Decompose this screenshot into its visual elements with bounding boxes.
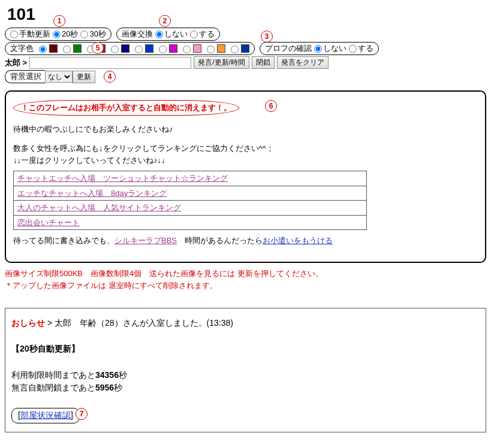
annotation-5: 5: [92, 42, 104, 54]
profile-check-label: プロフの確認: [265, 43, 312, 54]
auto-refresh-indicator: 【20秒自動更新】: [11, 343, 480, 356]
color-option-6[interactable]: [180, 44, 201, 53]
profile-check-yes[interactable]: する: [349, 43, 373, 54]
username-label: 太郎 >: [5, 57, 27, 68]
profile-check-no[interactable]: しない: [314, 43, 347, 54]
color-option-8[interactable]: [228, 44, 249, 53]
notice-box: おしらせ > 太郎 年齢（28）さんが入室しました。(13:38) 【20秒自動…: [5, 308, 486, 432]
image-swap-no[interactable]: しない: [155, 29, 188, 40]
ranking-link-3[interactable]: 恋出会いチャート: [17, 218, 80, 227]
image-limit-text: 画像サイズ制限500KB 画像数制限4個 送られた画像を見るには 更新を押してく…: [5, 268, 486, 291]
bbs-link[interactable]: シルキーラブBBS: [115, 236, 177, 245]
clear-button[interactable]: 発言をクリア: [277, 56, 329, 69]
annotation-3: 3: [261, 31, 273, 43]
image-swap-label: 画像交換: [122, 29, 153, 40]
frame-tail: 待ってる間に書き込みでも、シルキーラブBBS 時間があるんだったらお小遣いをもう…: [13, 235, 478, 247]
color-option-1[interactable]: [60, 44, 82, 53]
image-swap-yes[interactable]: する: [190, 29, 215, 40]
color-option-4[interactable]: [132, 44, 153, 53]
color-option-0[interactable]: [36, 44, 58, 53]
color-option-3[interactable]: [108, 44, 129, 53]
text-color-label: 文字色: [10, 43, 34, 54]
message-input[interactable]: [29, 57, 191, 69]
notice-heading: おしらせ: [11, 318, 45, 328]
room-status-wrap: [部屋状況確認] 7: [11, 408, 80, 423]
pocket-money-link[interactable]: お小遣いをもうける: [263, 236, 333, 245]
refresh-group: 1 手動更新 20秒 30秒: [5, 28, 112, 41]
bg-update-button[interactable]: 更新: [73, 71, 95, 83]
refresh-30s[interactable]: 30秒: [80, 29, 106, 40]
info-frame-scroll[interactable]: ！このフレームはお相手が入室すると自動的に消えます！。 6 待機中の暇つぶしにで…: [7, 93, 484, 261]
close-button[interactable]: 閉鎖: [252, 56, 275, 69]
image-swap-group: 2 画像交換 しない する: [116, 28, 220, 41]
annotation-6: 6: [265, 100, 277, 112]
room-number: 101: [7, 5, 486, 24]
annotation-4: 4: [104, 71, 116, 83]
frame-line1: 待機中の暇つぶしにでもお楽しみくださいね♪: [13, 123, 478, 135]
annotation-2: 2: [159, 15, 171, 27]
frame-line3: ↓↓一度はクリックしていってくださいね♪↓↓: [13, 155, 478, 167]
profile-check-group: プロフの確認 しない する: [260, 42, 379, 55]
frame-line2: 数多く女性を呼ぶ為にも↓をクリックしてランキングにご協力ください^^；: [13, 143, 478, 155]
speak-button[interactable]: 発言/更新/時間: [194, 56, 249, 69]
color-option-5[interactable]: [156, 44, 177, 53]
time-remaining-line2: 無言自動閉鎖まであと5956秒: [11, 382, 480, 395]
frame-warning: ！このフレームはお相手が入室すると自動的に消えます！。: [13, 100, 239, 116]
ranking-link-0[interactable]: チャットエッチへ入場 ツーショットチャット☆ランキング: [17, 174, 228, 183]
info-frame: ！このフレームはお相手が入室すると自動的に消えます！。 6 待機中の暇つぶしにで…: [5, 90, 486, 263]
refresh-manual[interactable]: 手動更新: [10, 29, 50, 40]
ranking-link-1[interactable]: エッチなチャットへ入場 8dayランキング: [17, 189, 167, 198]
color-option-7[interactable]: [204, 44, 225, 53]
text-color-group: 文字色 5: [5, 42, 255, 55]
bg-select[interactable]: なし: [45, 71, 73, 83]
notice-entry: > 太郎 年齢（28）さんが入室しました。(13:38): [45, 318, 233, 328]
ranking-link-2[interactable]: 大人のチャットへ入場 人気サイトランキング: [17, 203, 181, 212]
annotation-1: 1: [53, 15, 65, 27]
ranking-link-table: チャットエッチへ入場 ツーショットチャット☆ランキング エッチなチャットへ入場 …: [13, 171, 367, 230]
room-status-link[interactable]: 部屋状況確認: [20, 410, 71, 420]
refresh-20s[interactable]: 20秒: [53, 29, 78, 40]
time-remaining-line1: 利用制限時間まであと34356秒: [11, 369, 480, 382]
bg-select-label: 背景選択: [5, 70, 45, 83]
annotation-7: 7: [76, 408, 88, 420]
